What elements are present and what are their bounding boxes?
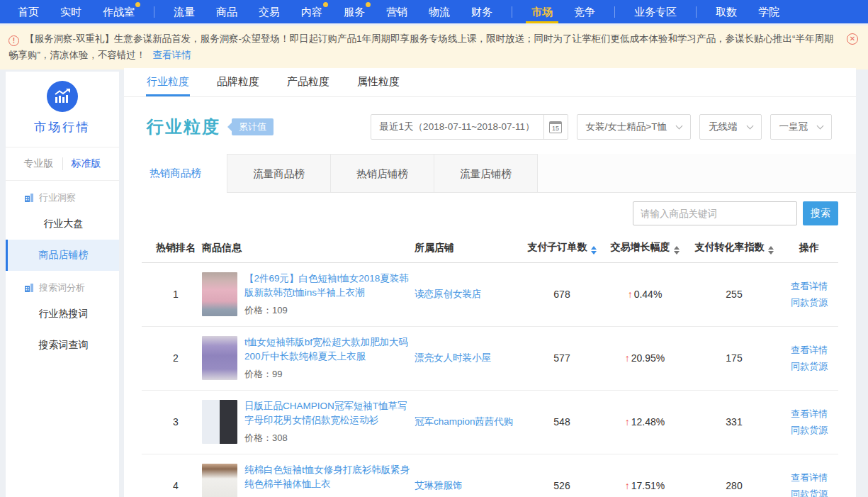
nav-item-content[interactable]: 内容 <box>291 0 333 23</box>
tab-product-granularity[interactable]: 产品粒度 <box>286 68 330 96</box>
tab-traffic-shops[interactable]: 流量店铺榜 <box>434 154 538 193</box>
up-arrow-icon: ↑ <box>625 480 630 491</box>
section-label: 搜索词分析 <box>39 281 85 294</box>
same-source-link[interactable]: 同款货源 <box>780 358 838 374</box>
banner-detail-link[interactable]: 查看详情 <box>153 50 191 60</box>
col-header-label: 交易增长幅度 <box>611 241 670 252</box>
product-title-link[interactable]: 纯棉白色短袖t恤女修身打底衫韩版紧身纯色棉半袖体恤上衣 <box>244 463 415 492</box>
nav-item-marketing[interactable]: 营销 <box>376 0 418 23</box>
sort-icon[interactable] <box>768 246 774 255</box>
nav-label: 物流 <box>429 6 450 18</box>
tab-label: 品牌粒度 <box>217 75 259 87</box>
nav-item-data-fetch[interactable]: 取数 <box>705 0 748 23</box>
product-title-link[interactable]: 日版正品CHAMPION冠军短袖T恤草写字母印花男女情侣款宽松运动衫 <box>244 399 415 428</box>
filter-bar: 最近1天（2018-07-11~2018-07-11） 15 女装/女士精品>T… <box>371 114 832 140</box>
shop-link[interactable]: 艾琳雅服饰 <box>415 480 463 491</box>
tab-label: 流量商品榜 <box>253 168 305 179</box>
tab-hot-products[interactable]: 热销商品榜 <box>124 154 227 193</box>
version-standard-tab[interactable]: 标准版 <box>63 157 110 170</box>
same-source-link[interactable]: 同款货源 <box>780 486 838 497</box>
nav-item-home[interactable]: 首页 <box>7 0 50 23</box>
sidebar-item-product-shop-rank[interactable]: 商品店铺榜 <box>6 240 119 271</box>
nav-label: 实时 <box>60 6 81 18</box>
conversion-cell: 175 <box>688 326 780 390</box>
view-detail-link[interactable]: 查看详情 <box>780 469 838 486</box>
top-navbar: 首页 实时 作战室 流量 商品 交易 内容 服务 营销 物流 财务 市场 竞争 … <box>0 0 868 23</box>
nav-item-realtime[interactable]: 实时 <box>50 0 92 23</box>
product-image[interactable] <box>202 336 237 380</box>
calendar-button[interactable]: 15 <box>543 115 568 139</box>
nav-item-business-zone[interactable]: 业务专区 <box>624 0 687 23</box>
product-image[interactable] <box>202 400 237 444</box>
nav-item-logistics[interactable]: 物流 <box>418 0 461 23</box>
sort-icon[interactable] <box>674 246 680 255</box>
product-price: 价格：308 <box>244 431 415 445</box>
building-icon <box>24 283 34 293</box>
tab-hot-shops[interactable]: 热销店铺榜 <box>331 154 434 193</box>
col-header-growth[interactable]: 交易增长幅度 <box>602 234 688 262</box>
nav-item-academy[interactable]: 学院 <box>748 0 790 23</box>
same-source-link[interactable]: 同款货源 <box>780 422 838 438</box>
shop-link[interactable]: 读恋原创女装店 <box>415 289 482 299</box>
shop-link[interactable]: 冠军champion茜茜代购 <box>415 416 514 427</box>
cumulative-badge: 累计值 <box>232 118 274 135</box>
product-image[interactable] <box>202 464 237 497</box>
close-icon[interactable]: ✕ <box>847 33 858 45</box>
nav-item-traffic[interactable]: 流量 <box>163 0 205 23</box>
product-price: 价格：99 <box>244 367 415 381</box>
sidebar-item-search-word-query[interactable]: 搜索词查询 <box>6 330 119 361</box>
nav-divider <box>154 6 154 18</box>
tab-label: 热销商品榜 <box>150 167 201 179</box>
nav-item-finance[interactable]: 财务 <box>461 0 503 23</box>
terminal-select[interactable]: 无线端 <box>699 114 762 140</box>
search-input[interactable] <box>633 201 797 225</box>
product-title-link[interactable]: 【2件69元】白色短袖t恤女2018夏装韩版新款韩范t恤ins半袖上衣潮 <box>244 272 415 301</box>
rank-cell: 2 <box>142 326 202 390</box>
search-button[interactable]: 搜索 <box>803 201 838 225</box>
nav-divider <box>512 6 512 18</box>
view-detail-link[interactable]: 查看详情 <box>780 278 838 294</box>
product-price: 价格：109 <box>244 303 415 318</box>
tab-brand-granularity[interactable]: 品牌粒度 <box>216 68 260 96</box>
search-row: 搜索 <box>124 193 856 233</box>
tab-attribute-granularity[interactable]: 属性粒度 <box>356 68 400 96</box>
tab-label: 属性粒度 <box>357 75 400 87</box>
date-range-picker[interactable]: 最近1天（2018-07-11~2018-07-11） 15 <box>371 114 568 140</box>
nav-item-service[interactable]: 服务 <box>333 0 376 23</box>
category-select[interactable]: 女装/女士精品>T恤 <box>577 114 691 140</box>
nav-item-transaction[interactable]: 交易 <box>248 0 291 23</box>
view-detail-link[interactable]: 查看详情 <box>780 342 838 358</box>
same-source-link[interactable]: 同款货源 <box>780 294 838 311</box>
rank-cell: 4 <box>142 454 202 497</box>
tab-label: 流量店铺榜 <box>460 168 512 179</box>
tab-industry-granularity[interactable]: 行业粒度 <box>146 68 190 96</box>
terminal-value: 无线端 <box>700 121 746 133</box>
product-image[interactable] <box>202 272 237 316</box>
product-cell: 【2件69元】白色短袖t恤女2018夏装韩版新款韩范t恤ins半袖上衣潮 价格：… <box>202 272 415 317</box>
tab-traffic-products[interactable]: 流量商品榜 <box>227 154 331 193</box>
nav-label: 取数 <box>716 6 737 18</box>
nav-item-product[interactable]: 商品 <box>205 0 248 23</box>
banner-text: 【服务洞察-双重礼】生意参谋新品首发，服务洞察-众望登场！即日起订购产品1年周期… <box>9 33 834 60</box>
nav-item-competition[interactable]: 竞争 <box>563 0 606 23</box>
col-header-orders[interactable]: 支付子订单数 <box>522 234 602 262</box>
shop-link[interactable]: 漂亮女人时装小屋 <box>415 352 491 363</box>
growth-cell: ↑20.95% <box>602 326 688 390</box>
table-row: 1 【2件69元】白色短袖t恤女2018夏装韩版新款韩范t恤ins半袖上衣潮 价… <box>142 262 838 326</box>
shop-level-select[interactable]: 一皇冠 <box>770 114 833 140</box>
sort-icon[interactable] <box>591 246 597 255</box>
page-title: 行业粒度 <box>147 116 220 138</box>
category-value: 女装/女士精品>T恤 <box>577 121 675 133</box>
col-header-conversion[interactable]: 支付转化率指数 <box>688 234 780 262</box>
sidebar-item-industry-market[interactable]: 行业大盘 <box>6 208 119 240</box>
view-detail-link[interactable]: 查看详情 <box>780 406 838 422</box>
nav-label: 内容 <box>301 6 322 18</box>
sidebar-item-industry-hot-words[interactable]: 行业热搜词 <box>6 298 119 330</box>
notification-dot <box>323 2 328 7</box>
section-label: 行业洞察 <box>39 191 76 204</box>
product-title-link[interactable]: t恤女短袖韩版bf宽松超大款加肥加大码200斤中长款纯棉夏天上衣服 <box>244 335 415 364</box>
nav-item-war-room[interactable]: 作战室 <box>92 0 145 23</box>
nav-label: 服务 <box>344 6 365 18</box>
version-pro-tab[interactable]: 专业版 <box>16 157 63 170</box>
nav-item-market[interactable]: 市场 <box>521 0 563 23</box>
